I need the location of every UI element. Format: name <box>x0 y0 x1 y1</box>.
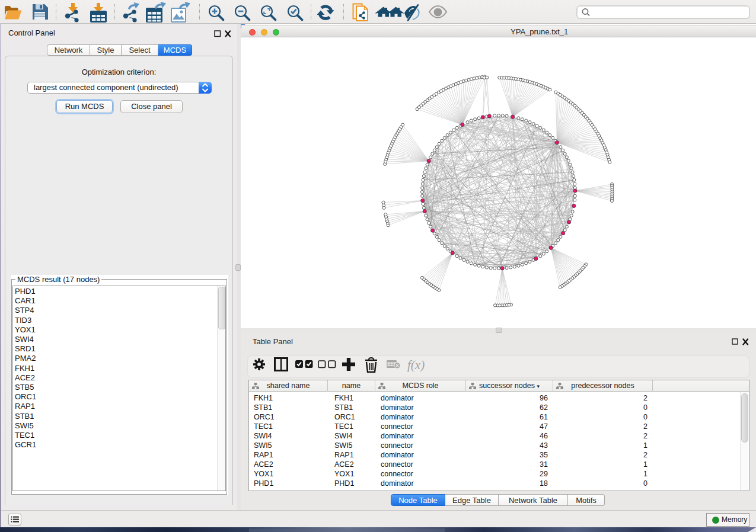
svg-text:f(x): f(x) <box>407 358 425 372</box>
